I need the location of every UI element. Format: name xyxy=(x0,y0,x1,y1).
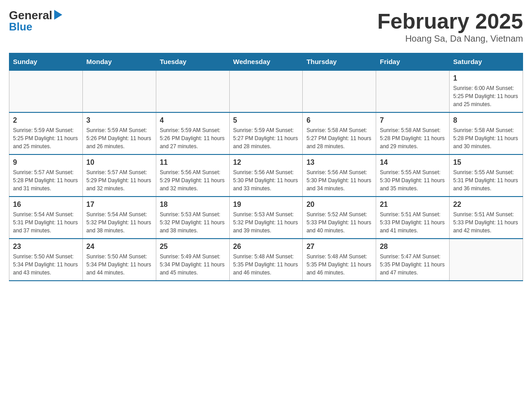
calendar-cell: 14Sunrise: 5:55 AM Sunset: 5:30 PM Dayli… xyxy=(376,154,450,197)
day-info: Sunrise: 5:58 AM Sunset: 5:28 PM Dayligh… xyxy=(380,126,446,150)
day-number: 20 xyxy=(306,201,372,209)
day-number: 27 xyxy=(306,243,372,251)
day-number: 6 xyxy=(306,116,372,124)
day-info: Sunrise: 5:50 AM Sunset: 5:34 PM Dayligh… xyxy=(13,253,79,277)
day-info: Sunrise: 5:51 AM Sunset: 5:33 PM Dayligh… xyxy=(380,210,446,235)
day-number: 21 xyxy=(380,201,446,209)
calendar-cell: 17Sunrise: 5:54 AM Sunset: 5:32 PM Dayli… xyxy=(82,197,156,239)
calendar-week-row: 2Sunrise: 5:59 AM Sunset: 5:25 PM Daylig… xyxy=(9,112,523,154)
page-title: February 2025 xyxy=(377,9,523,34)
col-monday: Monday xyxy=(82,53,156,71)
calendar-cell xyxy=(9,70,83,112)
col-sunday: Sunday xyxy=(9,53,83,71)
calendar-cell: 23Sunrise: 5:50 AM Sunset: 5:34 PM Dayli… xyxy=(9,239,83,281)
day-number: 18 xyxy=(160,201,226,209)
day-info: Sunrise: 5:52 AM Sunset: 5:33 PM Dayligh… xyxy=(306,210,372,235)
calendar-week-row: 23Sunrise: 5:50 AM Sunset: 5:34 PM Dayli… xyxy=(9,239,523,281)
logo-arrow-icon xyxy=(54,10,62,20)
calendar-cell: 26Sunrise: 5:48 AM Sunset: 5:35 PM Dayli… xyxy=(229,239,303,281)
day-info: Sunrise: 5:55 AM Sunset: 5:31 PM Dayligh… xyxy=(453,168,519,193)
calendar-cell: 11Sunrise: 5:56 AM Sunset: 5:29 PM Dayli… xyxy=(156,154,229,197)
day-info: Sunrise: 5:53 AM Sunset: 5:32 PM Dayligh… xyxy=(233,210,299,235)
day-info: Sunrise: 5:55 AM Sunset: 5:30 PM Dayligh… xyxy=(380,168,446,193)
day-info: Sunrise: 5:58 AM Sunset: 5:28 PM Dayligh… xyxy=(453,126,519,150)
calendar-cell: 5Sunrise: 5:59 AM Sunset: 5:27 PM Daylig… xyxy=(229,112,303,154)
calendar-cell: 19Sunrise: 5:53 AM Sunset: 5:32 PM Dayli… xyxy=(229,197,303,239)
calendar-cell: 16Sunrise: 5:54 AM Sunset: 5:31 PM Dayli… xyxy=(9,197,83,239)
day-number: 8 xyxy=(453,116,519,124)
day-info: Sunrise: 5:57 AM Sunset: 5:28 PM Dayligh… xyxy=(13,168,79,193)
day-number: 14 xyxy=(380,158,446,167)
day-number: 24 xyxy=(86,243,152,251)
calendar-cell xyxy=(376,70,450,112)
calendar-cell: 12Sunrise: 5:56 AM Sunset: 5:30 PM Dayli… xyxy=(229,154,303,197)
day-info: Sunrise: 5:49 AM Sunset: 5:34 PM Dayligh… xyxy=(160,253,226,277)
calendar-cell: 24Sunrise: 5:50 AM Sunset: 5:34 PM Dayli… xyxy=(82,239,156,281)
day-number: 10 xyxy=(86,158,152,167)
calendar-cell: 7Sunrise: 5:58 AM Sunset: 5:28 PM Daylig… xyxy=(376,112,450,154)
logo-blue-text: Blue xyxy=(9,21,62,33)
day-info: Sunrise: 5:56 AM Sunset: 5:29 PM Dayligh… xyxy=(160,168,226,193)
calendar-cell: 1Sunrise: 6:00 AM Sunset: 5:25 PM Daylig… xyxy=(450,70,523,112)
day-info: Sunrise: 5:54 AM Sunset: 5:31 PM Dayligh… xyxy=(13,210,79,235)
calendar-cell: 2Sunrise: 5:59 AM Sunset: 5:25 PM Daylig… xyxy=(9,112,83,154)
day-number: 4 xyxy=(160,116,226,124)
col-tuesday: Tuesday xyxy=(156,53,229,71)
calendar-header-row: Sunday Monday Tuesday Wednesday Thursday… xyxy=(9,53,523,71)
day-info: Sunrise: 5:58 AM Sunset: 5:27 PM Dayligh… xyxy=(306,126,372,150)
day-number: 25 xyxy=(160,243,226,251)
logo: General Blue xyxy=(9,9,62,33)
calendar-cell: 25Sunrise: 5:49 AM Sunset: 5:34 PM Dayli… xyxy=(156,239,229,281)
day-number: 23 xyxy=(13,243,79,251)
day-number: 5 xyxy=(233,116,299,124)
calendar-cell xyxy=(156,70,229,112)
day-number: 17 xyxy=(86,201,152,209)
calendar-cell: 13Sunrise: 5:56 AM Sunset: 5:30 PM Dayli… xyxy=(303,154,376,197)
calendar-cell: 18Sunrise: 5:53 AM Sunset: 5:32 PM Dayli… xyxy=(156,197,229,239)
page-header: General Blue February 2025 Hoang Sa, Da … xyxy=(9,9,523,44)
calendar-cell xyxy=(229,70,303,112)
col-thursday: Thursday xyxy=(303,53,376,71)
day-info: Sunrise: 5:48 AM Sunset: 5:35 PM Dayligh… xyxy=(233,253,299,277)
day-info: Sunrise: 5:57 AM Sunset: 5:29 PM Dayligh… xyxy=(86,168,152,193)
col-wednesday: Wednesday xyxy=(229,53,303,71)
day-number: 1 xyxy=(453,74,519,82)
col-friday: Friday xyxy=(376,53,450,71)
day-info: Sunrise: 5:54 AM Sunset: 5:32 PM Dayligh… xyxy=(86,210,152,235)
day-number: 7 xyxy=(380,116,446,124)
day-info: Sunrise: 5:48 AM Sunset: 5:35 PM Dayligh… xyxy=(306,253,372,277)
day-info: Sunrise: 5:59 AM Sunset: 5:25 PM Dayligh… xyxy=(13,126,79,150)
day-info: Sunrise: 6:00 AM Sunset: 5:25 PM Dayligh… xyxy=(453,84,519,108)
day-info: Sunrise: 5:51 AM Sunset: 5:33 PM Dayligh… xyxy=(453,210,519,235)
calendar-cell xyxy=(82,70,156,112)
title-block: February 2025 Hoang Sa, Da Nang, Vietnam xyxy=(377,9,523,44)
calendar-cell: 10Sunrise: 5:57 AM Sunset: 5:29 PM Dayli… xyxy=(82,154,156,197)
day-number: 12 xyxy=(233,158,299,167)
day-number: 11 xyxy=(160,158,226,167)
calendar-cell xyxy=(303,70,376,112)
day-number: 15 xyxy=(453,158,519,167)
calendar-cell: 9Sunrise: 5:57 AM Sunset: 5:28 PM Daylig… xyxy=(9,154,83,197)
calendar-cell: 3Sunrise: 5:59 AM Sunset: 5:26 PM Daylig… xyxy=(82,112,156,154)
day-number: 9 xyxy=(13,158,79,167)
calendar-cell: 20Sunrise: 5:52 AM Sunset: 5:33 PM Dayli… xyxy=(303,197,376,239)
day-info: Sunrise: 5:47 AM Sunset: 5:35 PM Dayligh… xyxy=(380,253,446,277)
calendar-cell: 8Sunrise: 5:58 AM Sunset: 5:28 PM Daylig… xyxy=(450,112,523,154)
day-info: Sunrise: 5:56 AM Sunset: 5:30 PM Dayligh… xyxy=(306,168,372,193)
calendar-week-row: 1Sunrise: 6:00 AM Sunset: 5:25 PM Daylig… xyxy=(9,70,523,112)
col-saturday: Saturday xyxy=(450,53,523,71)
calendar-cell: 6Sunrise: 5:58 AM Sunset: 5:27 PM Daylig… xyxy=(303,112,376,154)
calendar-cell xyxy=(450,239,523,281)
calendar-cell: 15Sunrise: 5:55 AM Sunset: 5:31 PM Dayli… xyxy=(450,154,523,197)
day-number: 16 xyxy=(13,201,79,209)
day-number: 22 xyxy=(453,201,519,209)
day-number: 19 xyxy=(233,201,299,209)
day-number: 13 xyxy=(306,158,372,167)
page-subtitle: Hoang Sa, Da Nang, Vietnam xyxy=(377,34,523,44)
calendar-cell: 4Sunrise: 5:59 AM Sunset: 5:26 PM Daylig… xyxy=(156,112,229,154)
day-number: 3 xyxy=(86,116,152,124)
day-number: 26 xyxy=(233,243,299,251)
day-number: 2 xyxy=(13,116,79,124)
day-info: Sunrise: 5:53 AM Sunset: 5:32 PM Dayligh… xyxy=(160,210,226,235)
logo-general-text: General xyxy=(9,9,52,22)
